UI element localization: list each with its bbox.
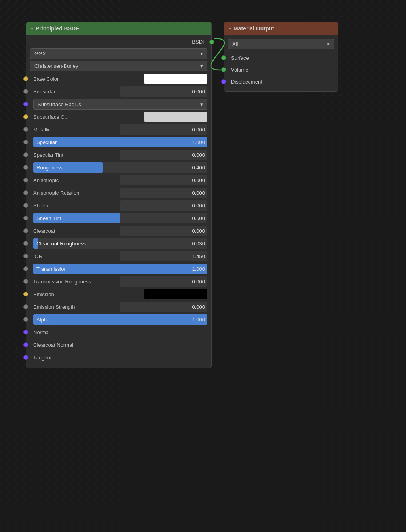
sheen-tint-socket[interactable] — [23, 216, 28, 220]
transmission-roughness-socket[interactable] — [23, 279, 28, 284]
clearcoat-roughness-bar[interactable]: Clearcoat Roughness 0.030 — [33, 238, 207, 249]
principled-bsdf-node: ▾ Principled BSDF BSDF GGX ▾ Christensen… — [26, 22, 212, 368]
bsdf-output-row: BSDF — [26, 36, 211, 47]
alpha-value: 1.000 — [33, 317, 207, 323]
subsurface-color-socket[interactable] — [23, 114, 28, 119]
distribution-value: GGX — [34, 51, 46, 57]
specular-value: 1.000 — [33, 139, 207, 145]
sheen-label: Sheen — [33, 203, 120, 209]
subsurface-radius-socket[interactable] — [23, 102, 28, 106]
normal-socket[interactable] — [23, 330, 28, 334]
bsdf-output-socket[interactable] — [209, 40, 214, 44]
specular-bar[interactable]: Specular 1.000 — [33, 137, 207, 147]
roughness-socket[interactable] — [23, 165, 28, 170]
ior-value: 1.450 — [120, 253, 207, 259]
output-target-dropdown[interactable]: All ▾ — [228, 39, 334, 49]
anisotropic-rotation-bar[interactable]: 0.000 — [120, 188, 207, 198]
output-chevron-icon: ▾ — [229, 26, 231, 31]
clearcoat-bar[interactable]: 0.000 — [120, 226, 207, 236]
tangent-label: Tangent — [33, 355, 207, 361]
subsurface-bar[interactable]: 0.000 — [120, 86, 207, 97]
transmission-bar[interactable]: Transmission 1.000 — [33, 264, 207, 274]
emission-strength-row: Emission Strength 0.000 — [26, 300, 211, 313]
clearcoat-roughness-socket[interactable] — [23, 241, 28, 246]
emission-strength-label: Emission Strength — [33, 304, 120, 310]
subsurface-method-dropdown-row: Christensen-Burley ▾ — [30, 61, 207, 71]
surface-socket[interactable] — [221, 55, 226, 60]
sheen-row: Sheen 0.000 — [26, 199, 211, 212]
anisotropic-value: 0.000 — [120, 177, 207, 183]
emission-socket[interactable] — [23, 292, 28, 296]
specular-tint-row: Specular Tint 0.000 — [26, 148, 211, 161]
volume-row: Volume — [224, 64, 338, 76]
bsdf-header[interactable]: ▾ Principled BSDF — [26, 22, 211, 35]
surface-label: Surface — [231, 55, 249, 61]
emission-strength-value: 0.000 — [120, 304, 207, 310]
emission-strength-socket[interactable] — [23, 304, 28, 309]
subsurface-method-value: Christensen-Burley — [34, 63, 78, 69]
base-color-swatch[interactable] — [144, 74, 207, 84]
tangent-row: Tangent — [26, 351, 211, 364]
bsdf-title: Principled BSDF — [36, 25, 79, 32]
tangent-socket[interactable] — [23, 355, 28, 360]
chevron-icon: ▾ — [31, 26, 33, 31]
anisotropic-socket[interactable] — [23, 178, 28, 182]
emission-color-swatch[interactable] — [144, 289, 207, 299]
ior-row: IOR 1.450 — [26, 250, 211, 262]
base-color-label: Base Color — [33, 76, 144, 82]
volume-socket[interactable] — [221, 67, 226, 72]
subsurface-radius-dropdown[interactable]: Subsurface Radius ▾ — [33, 99, 207, 110]
bsdf-output-label: BSDF — [192, 39, 206, 45]
output-body: All ▾ Surface Volume Displacement — [224, 35, 338, 91]
anisotropic-rotation-value: 0.000 — [120, 190, 207, 196]
emission-label: Emission — [33, 291, 144, 297]
displacement-socket[interactable] — [221, 79, 226, 84]
clearcoat-roughness-value: 0.030 — [33, 241, 207, 247]
output-title: Material Output — [233, 25, 274, 32]
metallic-bar[interactable]: 0.000 — [120, 124, 207, 135]
specular-tint-bar[interactable]: 0.000 — [120, 150, 207, 160]
transmission-roughness-row: Transmission Roughness 0.000 — [26, 275, 211, 288]
anisotropic-bar[interactable]: 0.000 — [120, 175, 207, 185]
subsurface-socket[interactable] — [23, 89, 28, 94]
ior-socket[interactable] — [23, 254, 28, 258]
subsurface-radius-value: Subsurface Radius — [38, 101, 81, 107]
alpha-bar[interactable]: Alpha 1.000 — [33, 314, 207, 325]
clearcoat-socket[interactable] — [23, 228, 28, 233]
roughness-bar[interactable]: Roughness 0.400 — [33, 162, 207, 173]
base-color-socket[interactable] — [23, 76, 28, 81]
metallic-socket[interactable] — [23, 127, 28, 132]
sheen-socket[interactable] — [23, 203, 28, 208]
emission-strength-bar[interactable]: 0.000 — [120, 302, 207, 312]
output-dropdown-chevron: ▾ — [327, 41, 330, 47]
sheen-bar[interactable]: 0.000 — [120, 200, 207, 211]
dropdown-chevron: ▾ — [200, 51, 203, 57]
clearcoat-row: Clearcoat 0.000 — [26, 224, 211, 237]
specular-tint-socket[interactable] — [23, 152, 28, 157]
transmission-roughness-label: Transmission Roughness — [33, 279, 120, 285]
subsurface-color-swatch[interactable] — [144, 112, 207, 122]
transmission-roughness-bar[interactable]: 0.000 — [120, 276, 207, 287]
clearcoat-roughness-row: Clearcoat Roughness 0.030 — [26, 237, 211, 250]
alpha-row: Alpha 1.000 — [26, 313, 211, 326]
transmission-socket[interactable] — [23, 266, 28, 271]
specular-tint-label: Specular Tint — [33, 152, 120, 158]
anisotropic-rotation-socket[interactable] — [23, 190, 28, 195]
subsurface-method-dropdown[interactable]: Christensen-Burley ▾ — [30, 61, 207, 71]
distribution-dropdown[interactable]: GGX ▾ — [30, 48, 207, 59]
specular-socket[interactable] — [23, 140, 28, 144]
subsurface-color-row: Subsurface C... — [26, 110, 211, 123]
clearcoat-normal-label: Clearcoat Normal — [33, 342, 207, 348]
output-header[interactable]: ▾ Material Output — [224, 22, 338, 35]
sheen-tint-bar[interactable]: Sheen Tint 0.500 — [33, 213, 207, 223]
emission-row: Emission — [26, 288, 211, 300]
output-target-value: All — [232, 41, 238, 47]
displacement-row: Displacement — [224, 76, 338, 87]
metallic-row: Metallic 0.000 — [26, 123, 211, 136]
roughness-value: 0.400 — [33, 165, 207, 171]
alpha-socket[interactable] — [23, 317, 28, 322]
ior-bar[interactable]: 1.450 — [120, 251, 207, 261]
clearcoat-normal-socket[interactable] — [23, 342, 28, 347]
distribution-dropdown-row: GGX ▾ — [30, 48, 207, 59]
clearcoat-normal-row: Clearcoat Normal — [26, 338, 211, 351]
